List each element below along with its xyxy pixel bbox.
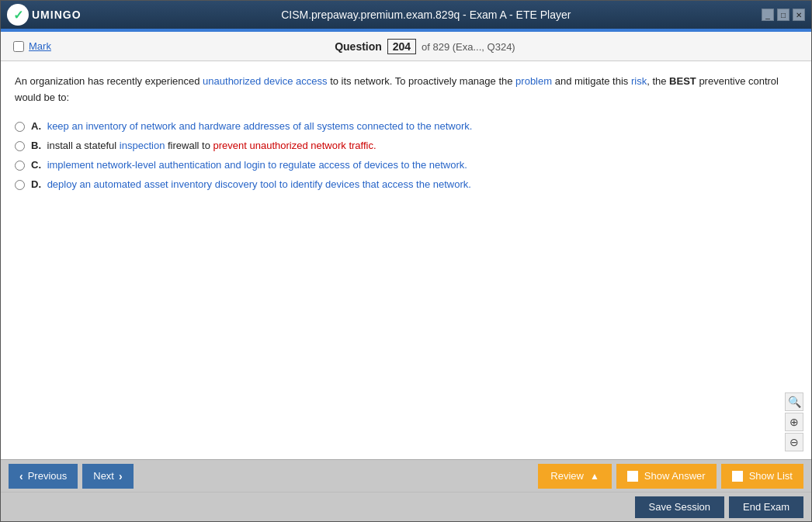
option-a-text: A. keep an inventory of network and hard… xyxy=(31,120,472,132)
show-list-label: Show List xyxy=(749,470,793,482)
header-row: Mark Question 204 of 829 (Exa..., Q324) xyxy=(1,32,811,61)
logo: ✓ UMINGO xyxy=(7,4,82,26)
option-c: C. implement network-level authenticatio… xyxy=(15,159,797,171)
close-button[interactable]: ✕ xyxy=(793,9,805,21)
logo-checkmark: ✓ xyxy=(13,8,23,22)
option-c-label: C. xyxy=(31,159,41,171)
option-c-text: C. implement network-level authenticatio… xyxy=(31,159,467,171)
option-b-text: B. install a stateful inspection firewal… xyxy=(31,140,377,151)
review-dropdown-icon: ▲ xyxy=(590,471,599,482)
question-total: of 829 (Exa..., Q324) xyxy=(422,41,515,53)
option-b-inspection: inspection xyxy=(120,140,165,151)
bottom-toolbar: ‹ Previous Next › Review ▲ Show Answer S… xyxy=(1,459,811,492)
minimize-button[interactable]: _ xyxy=(762,9,774,21)
review-label: Review xyxy=(550,470,584,482)
option-b: B. install a stateful inspection firewal… xyxy=(15,140,797,151)
option-b-label: B. xyxy=(31,140,41,151)
previous-label: Previous xyxy=(28,470,68,482)
window-controls: _ □ ✕ xyxy=(762,9,805,21)
option-d-text: D. deploy an automated asset inventory d… xyxy=(31,178,471,190)
question-info: Question 204 of 829 (Exa..., Q324) xyxy=(51,39,799,54)
option-d-label: D. xyxy=(31,178,41,190)
bottom-row2: Save Session End Exam xyxy=(1,492,811,521)
question-number-box: 204 xyxy=(387,39,416,54)
zoom-out-button[interactable]: ⊖ xyxy=(785,433,803,451)
previous-button[interactable]: ‹ Previous xyxy=(9,464,78,489)
option-c-content: implement network-level authentication a… xyxy=(47,159,467,171)
save-session-label: Save Session xyxy=(649,501,711,513)
mark-checkbox[interactable] xyxy=(13,41,24,52)
highlight-best: BEST xyxy=(669,75,696,87)
radio-d[interactable] xyxy=(15,180,25,190)
highlight-unauthorized: unauthorized device access xyxy=(203,75,327,87)
option-d-content: deploy an automated asset inventory disc… xyxy=(47,178,471,190)
logo-circle: ✓ xyxy=(7,4,29,26)
highlight-risk: risk xyxy=(631,75,647,87)
show-answer-label: Show Answer xyxy=(644,470,706,482)
option-a: A. keep an inventory of network and hard… xyxy=(15,120,797,132)
next-arrow-icon: › xyxy=(119,470,123,482)
option-b-prevent: prevent unauthorized network traffic. xyxy=(213,140,377,151)
previous-arrow-icon: ‹ xyxy=(19,470,23,482)
exam-code: (Exa..., Q324) xyxy=(453,41,515,53)
option-d: D. deploy an automated asset inventory d… xyxy=(15,178,797,190)
options-list: A. keep an inventory of network and hard… xyxy=(15,120,797,190)
title-bar: ✓ UMINGO CISM.prepaway.premium.exam.829q… xyxy=(1,1,811,29)
search-icon-btn[interactable]: 🔍 xyxy=(785,392,803,411)
zoom-in-button[interactable]: ⊕ xyxy=(785,413,803,431)
end-exam-button[interactable]: End Exam xyxy=(729,496,803,518)
question-text: An organization has recently experienced… xyxy=(15,74,797,106)
option-a-label: A. xyxy=(31,120,41,132)
mark-container: Mark xyxy=(13,40,51,52)
mark-label[interactable]: Mark xyxy=(29,40,51,52)
question-label: Question xyxy=(335,40,382,53)
review-button[interactable]: Review ▲ xyxy=(538,464,612,489)
logo-text: UMINGO xyxy=(32,9,82,21)
show-list-button[interactable]: Show List xyxy=(721,464,803,489)
show-answer-button[interactable]: Show Answer xyxy=(616,464,717,489)
radio-b[interactable] xyxy=(15,141,25,151)
show-answer-icon xyxy=(627,471,638,482)
end-exam-label: End Exam xyxy=(743,501,789,513)
content-area: An organization has recently experienced… xyxy=(1,61,811,459)
zoom-controls: 🔍 ⊕ ⊖ xyxy=(785,392,803,451)
window-title: CISM.prepaway.premium.exam.829q - Exam A… xyxy=(91,9,762,21)
highlight-problem: problem xyxy=(515,75,552,87)
next-button[interactable]: Next › xyxy=(82,464,133,489)
option-a-content: keep an inventory of network and hardwar… xyxy=(47,120,473,132)
maximize-button[interactable]: □ xyxy=(777,9,789,21)
radio-c[interactable] xyxy=(15,161,25,171)
show-list-icon xyxy=(732,471,743,482)
total-questions: 829 xyxy=(432,41,449,53)
next-label: Next xyxy=(93,470,114,482)
save-session-button[interactable]: Save Session xyxy=(635,496,725,518)
radio-a[interactable] xyxy=(15,122,25,132)
